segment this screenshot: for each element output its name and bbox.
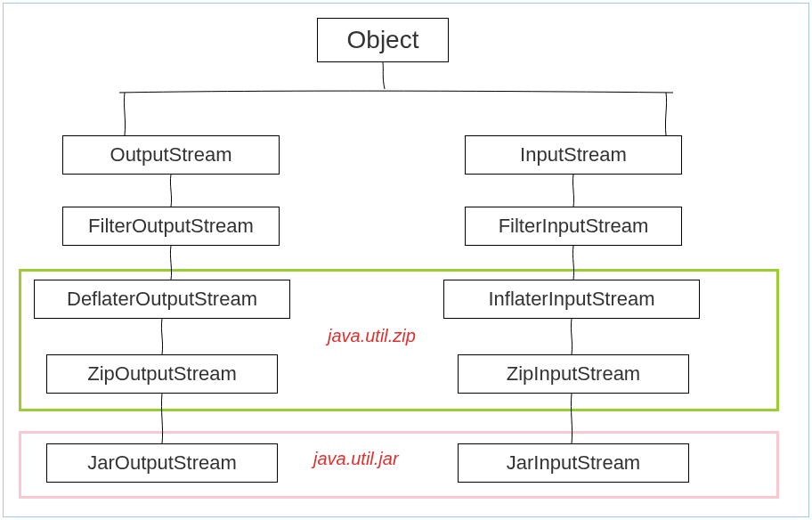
node-label: JarInputStream [507,451,640,475]
node-label: InflaterInputStream [488,288,654,311]
node-inflaterinputstream: InflaterInputStream [443,280,700,319]
node-inputstream: InputStream [465,135,682,175]
node-label: ZipOutputStream [87,362,237,386]
node-deflateroutputstream: DeflaterOutputStream [34,280,290,319]
node-label: FilterOutputStream [88,215,254,238]
package-label-text: java.util.jar [313,449,399,468]
node-zipinputstream: ZipInputStream [458,354,689,394]
node-label: ZipInputStream [507,362,640,386]
node-label: FilterInputStream [499,215,649,238]
node-label: Object [347,26,419,54]
node-label: JarOutputStream [87,451,237,475]
node-label: OutputStream [110,143,232,167]
node-label: DeflaterOutputStream [67,288,257,311]
diagram-container: Object OutputStream FilterOutputStream D… [3,3,809,517]
package-label-zip: java.util.zip [328,326,416,346]
node-jarinputstream: JarInputStream [458,443,689,483]
node-outputstream: OutputStream [62,135,280,175]
node-jaroutputstream: JarOutputStream [46,443,278,483]
node-filteroutputstream: FilterOutputStream [62,207,280,246]
package-label-jar: java.util.jar [313,449,399,469]
node-filterinputstream: FilterInputStream [465,207,682,246]
node-zipoutputstream: ZipOutputStream [46,354,278,394]
package-label-text: java.util.zip [328,326,416,345]
node-object: Object [317,18,449,62]
node-label: InputStream [520,143,627,167]
